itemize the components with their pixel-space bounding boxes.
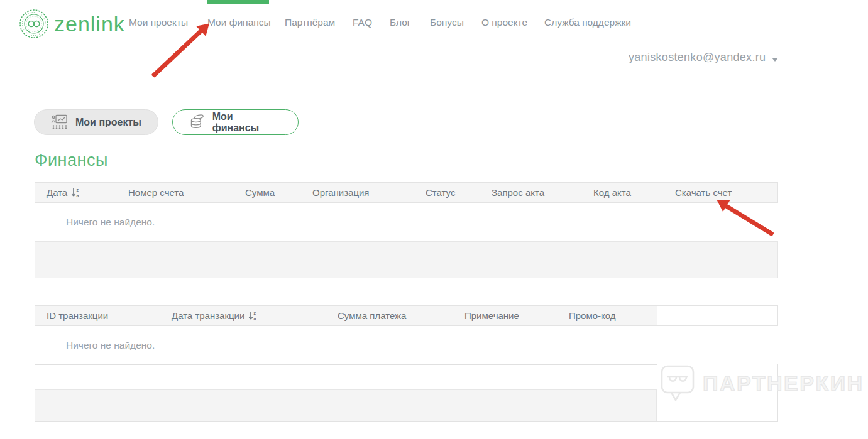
account-menu[interactable]: yaniskostenko@yandex.ru xyxy=(629,51,778,64)
invoices-table-footer xyxy=(35,241,778,278)
tab-my-finances-label: Мои финансы xyxy=(212,111,282,134)
tab-my-projects-label: Мои проекты xyxy=(75,117,141,128)
active-nav-indicator xyxy=(207,0,269,4)
transactions-col-payment-amount: Сумма платежа xyxy=(338,306,406,325)
nav-item-about[interactable]: О проекте xyxy=(481,17,527,28)
transactions-col-id: ID транзакции xyxy=(47,306,108,325)
brand-name: zenlink xyxy=(54,12,125,36)
svg-text:a: a xyxy=(254,317,256,321)
nav-item-blog[interactable]: Блог xyxy=(390,17,411,28)
transactions-col-date[interactable]: Дата транзакции z a xyxy=(172,306,257,325)
tab-my-finances[interactable]: Мои финансы xyxy=(172,109,299,135)
zenlink-finances-page: zenlink Мои проекты Мои финансы Партнёра… xyxy=(0,0,868,439)
invoices-col-organization: Организация xyxy=(312,183,369,202)
transactions-empty-message: Ничего не найдено. xyxy=(66,340,155,351)
nav-item-my-projects[interactable]: Мои проекты xyxy=(129,17,188,28)
invoices-table-header: Дата z a Номер счета Сумма Организация С… xyxy=(35,182,778,203)
page-title: Финансы xyxy=(35,151,108,170)
transactions-row-divider xyxy=(35,364,657,365)
nav-item-my-finances[interactable]: Мои финансы xyxy=(207,17,271,28)
account-email: yaniskostenko@yandex.ru xyxy=(629,51,766,64)
nav-item-faq[interactable]: FAQ xyxy=(353,17,372,28)
chevron-down-icon xyxy=(772,58,778,62)
transactions-table-header: ID транзакции Дата транзакции z a Сумма … xyxy=(35,305,778,326)
invoices-col-date[interactable]: Дата z a xyxy=(47,183,80,202)
invoices-col-status: Статус xyxy=(426,183,455,202)
sort-desc-icon: z a xyxy=(248,311,257,321)
invoices-col-act-code: Код акта xyxy=(593,183,631,202)
transactions-col-note: Примечание xyxy=(464,306,519,325)
nav-item-bonuses[interactable]: Бонусы xyxy=(430,17,464,28)
invoices-col-act-request: Запрос акта xyxy=(492,183,544,202)
header-divider xyxy=(0,82,868,82)
svg-text:a: a xyxy=(77,193,79,198)
zenlink-logo[interactable]: zenlink xyxy=(19,9,125,39)
zenlink-logo-icon xyxy=(19,9,49,39)
invoices-col-invoice-number: Номер счета xyxy=(128,183,184,202)
tab-my-projects[interactable]: Мои проекты xyxy=(34,109,158,135)
presentation-icon xyxy=(51,114,68,130)
sort-desc-icon: z a xyxy=(71,188,80,198)
svg-text:z: z xyxy=(77,188,79,192)
transactions-col-promo-code: Промо-код xyxy=(569,306,616,325)
invoices-empty-message: Ничего не найдено. xyxy=(66,217,155,228)
nav-item-partners[interactable]: Партнёрам xyxy=(285,17,335,28)
annotation-arrow-to-download-invoice xyxy=(725,204,774,237)
transactions-footer-block xyxy=(35,389,657,421)
annotation-arrow-to-finances-nav xyxy=(151,29,203,78)
svg-text:z: z xyxy=(254,311,256,315)
coins-icon xyxy=(189,114,205,131)
invoices-col-amount: Сумма xyxy=(245,183,275,202)
transactions-table-footer xyxy=(35,364,778,422)
nav-item-support[interactable]: Служба поддержки xyxy=(544,17,631,28)
